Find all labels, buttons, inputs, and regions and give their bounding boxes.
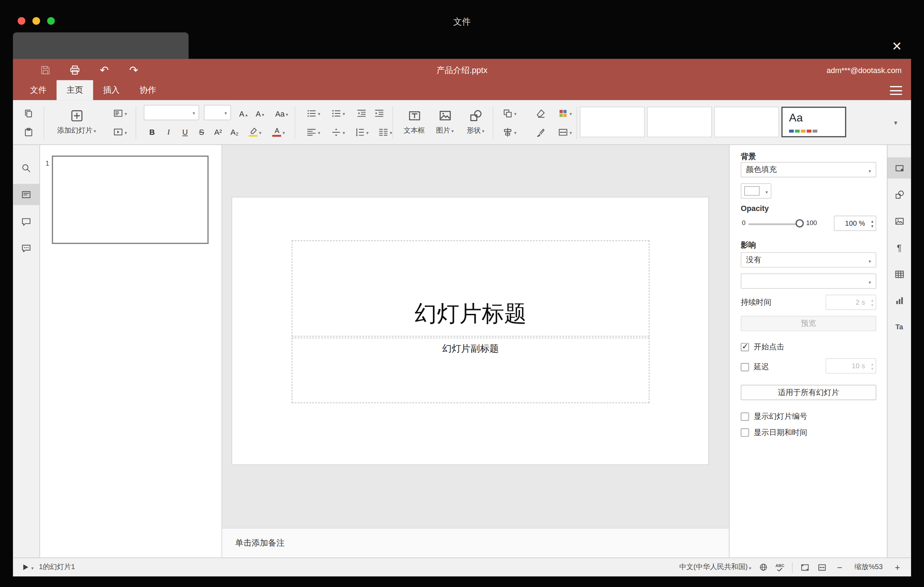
color-scheme-icon (558, 108, 568, 118)
transition-variant-select[interactable] (741, 274, 876, 289)
slide-size-button[interactable] (553, 124, 577, 140)
delay-input-field[interactable] (826, 359, 876, 373)
slide-1[interactable]: 幻灯片标题 幻灯片副标题 (232, 197, 708, 464)
decrease-indent-button[interactable] (353, 105, 369, 122)
show-date-time-checkbox[interactable] (741, 428, 749, 436)
align-shape-button[interactable] (497, 124, 522, 140)
preview-button[interactable]: 预览 (741, 316, 876, 331)
overlay-close-button[interactable]: ✕ (888, 37, 906, 56)
document-language-select[interactable]: 中文(中华人民共和国) (679, 562, 751, 572)
transition-effect-select[interactable]: 没有 (741, 252, 876, 267)
slide-thumbnail-1[interactable] (52, 155, 208, 244)
tab-file[interactable]: 文件 (20, 80, 56, 100)
line-spacing-button[interactable] (350, 124, 373, 140)
apply-to-all-slides-button[interactable]: 适用于所有幻灯片 (741, 385, 876, 400)
slide-subtitle-placeholder[interactable]: 幻灯片副标题 (292, 338, 650, 403)
vertical-align-button[interactable] (327, 124, 350, 140)
start-slideshow-button[interactable] (107, 124, 133, 140)
spinner-down-icon[interactable] (871, 223, 873, 228)
slides-panel-button[interactable] (13, 184, 40, 205)
chart-settings-button[interactable] (888, 290, 911, 311)
delay-input[interactable] (826, 358, 876, 374)
spinner-arrows[interactable] (871, 219, 873, 228)
slide-layout-button[interactable] (107, 105, 133, 122)
font-name-combobox[interactable] (144, 105, 200, 120)
subscript-button[interactable]: A₂ (226, 124, 243, 140)
insert-shape-button[interactable]: 形状 (461, 102, 490, 142)
opacity-input-field[interactable] (835, 216, 876, 230)
increase-font-size-button[interactable]: A (236, 106, 251, 122)
insert-textbox-button[interactable]: 文本框 (399, 102, 429, 142)
theme-tile-selected[interactable]: Aa (782, 107, 846, 137)
comments-panel-button[interactable] (13, 211, 40, 232)
start-on-click-checkbox[interactable] (741, 343, 749, 351)
background-fill-select[interactable]: 颜色填充 (741, 162, 876, 178)
superscript-button[interactable]: A² (210, 124, 226, 140)
table-settings-button[interactable] (888, 263, 911, 284)
font-color-button[interactable]: A (267, 124, 290, 140)
fill-color-select[interactable] (741, 183, 771, 199)
opacity-label: Opacity (741, 204, 769, 213)
change-case-button[interactable]: Aa (270, 106, 294, 122)
notes-input-area[interactable]: 单击添加备注 (222, 528, 729, 557)
theme-tile-2[interactable] (647, 107, 712, 137)
insert-image-button[interactable]: 图片 (430, 102, 460, 142)
theme-gallery-expand-button[interactable] (889, 114, 903, 131)
bold-button[interactable]: B (144, 124, 160, 140)
highlight-color-button[interactable] (244, 124, 266, 140)
start-on-click-checkbox-row[interactable]: 开始点击 (741, 342, 784, 353)
delay-checkbox-row[interactable]: 延迟 (741, 362, 769, 373)
color-scheme-button[interactable] (553, 105, 577, 122)
numbering-button[interactable] (327, 105, 350, 122)
copy-button[interactable] (19, 105, 38, 122)
clear-style-button[interactable] (531, 105, 549, 122)
opacity-input[interactable] (834, 216, 876, 231)
show-slide-number-row[interactable]: 显示幻灯片编号 (741, 411, 807, 422)
columns-button[interactable] (373, 124, 397, 140)
tab-insert[interactable]: 插入 (93, 80, 130, 100)
start-slideshow-status-button[interactable] (21, 563, 33, 572)
paste-button[interactable] (19, 124, 38, 140)
menu-hamburger-icon[interactable] (890, 86, 902, 95)
italic-button[interactable]: I (160, 124, 177, 140)
increase-indent-button[interactable] (371, 105, 386, 122)
chevron-down-icon (318, 128, 320, 136)
shape-settings-button[interactable] (888, 184, 911, 205)
set-language-button[interactable] (759, 563, 768, 572)
fit-width-button[interactable] (817, 562, 827, 572)
tab-collaboration[interactable]: 协作 (130, 80, 166, 100)
spinner-up-icon[interactable] (871, 219, 873, 223)
show-date-time-row[interactable]: 显示日期和时间 (741, 427, 807, 438)
duration-input[interactable] (826, 295, 876, 310)
spellcheck-button[interactable]: ABC (776, 563, 784, 571)
arrange-shape-button[interactable] (497, 105, 522, 122)
shape-icon (469, 109, 482, 122)
show-slide-number-checkbox[interactable] (741, 412, 749, 421)
chat-panel-button[interactable] (13, 237, 40, 258)
font-letter: A (239, 109, 244, 118)
font-size-combobox[interactable] (204, 105, 231, 120)
slide-settings-button[interactable] (888, 157, 911, 178)
opacity-slider-knob[interactable] (795, 219, 804, 228)
fit-slide-button[interactable] (800, 562, 810, 572)
zoom-out-button[interactable]: − (835, 562, 845, 572)
paragraph-settings-button[interactable]: ¶ (888, 237, 911, 258)
underline-button[interactable]: U (177, 124, 193, 140)
theme-tile-1[interactable] (580, 107, 645, 137)
strikethrough-button[interactable]: S (193, 124, 210, 140)
theme-tile-3[interactable] (714, 107, 779, 137)
add-slide-button[interactable]: 添加幻灯片 (48, 102, 105, 142)
decrease-font-size-button[interactable]: A (252, 106, 267, 122)
search-panel-button[interactable] (13, 157, 40, 178)
horizontal-align-button[interactable] (302, 124, 325, 140)
textart-settings-button[interactable]: Ta (888, 316, 911, 337)
slide-title-placeholder[interactable]: 幻灯片标题 (292, 241, 650, 337)
duration-input-field[interactable] (826, 295, 876, 309)
delay-checkbox[interactable] (741, 363, 749, 371)
bullets-button[interactable] (302, 105, 325, 122)
tab-home[interactable]: 主页 (56, 80, 93, 100)
opacity-slider-track[interactable] (749, 223, 799, 225)
image-settings-button[interactable] (888, 210, 911, 231)
copy-style-button[interactable] (531, 124, 549, 140)
zoom-in-button[interactable]: + (892, 562, 903, 572)
